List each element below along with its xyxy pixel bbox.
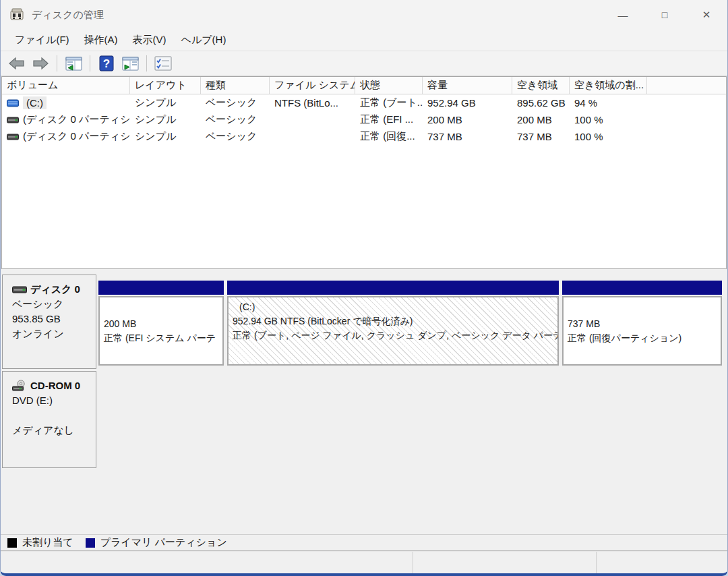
action-pane-icon[interactable] [121, 55, 140, 72]
free-space-cell: 200 MB [512, 114, 570, 125]
table-row-recovery-partition[interactable]: (ディスク 0 パーティシ... シンプル ベーシック 正常 (回復... 73… [2, 128, 726, 145]
menu-help[interactable]: ヘルプ(H) [174, 31, 234, 49]
volume-cell: (C:) [2, 96, 130, 109]
free-space-cell: 895.62 GB [512, 97, 570, 109]
hard-disk-icon [12, 285, 27, 294]
filesystem-cell: NTFS (BitLo... [270, 97, 355, 109]
partition-letter: (C:) [233, 300, 553, 314]
capacity-cell: 952.94 GB [423, 97, 512, 109]
table-row-efi-partition[interactable]: (ディスク 0 パーティシ... シンプル ベーシック 正常 (EFI ... … [2, 111, 726, 128]
status-bar [1, 551, 727, 573]
partition-recovery-body[interactable]: 737 MB 正常 (回復パーティション) [562, 296, 722, 366]
capacity-cell: 200 MB [423, 114, 512, 125]
disk-type: ベーシック [12, 297, 92, 312]
free-percent-cell: 100 % [570, 131, 647, 142]
table-row-volume-c[interactable]: (C:) シンプル ベーシック NTFS (BitLo... 正常 (ブート..… [2, 94, 726, 111]
column-header-status[interactable]: 状態 [355, 77, 423, 94]
partition-size: 952.94 GB NTFS (BitLocker で暗号化済み) [233, 314, 553, 328]
unallocated-label: 未割り当て [22, 536, 73, 549]
disk-name: ディスク 0 [30, 282, 80, 297]
volume-label: (C:) [23, 96, 47, 109]
volume-drive-icon [7, 99, 19, 107]
properties-icon[interactable] [154, 55, 173, 72]
status-segment [597, 552, 727, 573]
menu-view[interactable]: 表示(V) [125, 31, 174, 49]
volume-label: (ディスク 0 パーティシ... [23, 130, 130, 143]
app-icon[interactable] [10, 8, 25, 22]
toolbar-separator [146, 55, 147, 71]
volume-list-header: ボリューム レイアウト 種類 ファイル システム 状態 容量 空き領域 空き領域… [2, 77, 726, 94]
window-title: ディスクの管理 [32, 9, 104, 22]
cdrom-0-panel[interactable]: CD-ROM 0 DVD (E:) メディアなし [2, 371, 96, 468]
partition-status: 正常 (ブート, ページ ファイル, クラッシュ ダンプ, ベーシック データ … [233, 328, 553, 343]
console-tree-icon[interactable] [64, 55, 83, 72]
disk-0-row: ディスク 0 ベーシック 953.85 GB オンライン 200 MB 正常 (… [2, 275, 727, 369]
partition-status: 正常 (EFI システム パーテ [104, 331, 218, 345]
column-header-free-percent[interactable]: 空き領域の割... [570, 77, 647, 94]
disk-0-panel[interactable]: ディスク 0 ベーシック 953.85 GB オンライン [2, 275, 96, 369]
toolbar: ? [1, 51, 727, 76]
svg-text:?: ? [103, 57, 110, 70]
minimize-button[interactable]: — [602, 0, 644, 30]
volume-list: ボリューム レイアウト 種類 ファイル システム 状態 容量 空き領域 空き領域… [1, 76, 727, 269]
back-icon[interactable] [7, 55, 26, 72]
partition-c-body[interactable]: (C:) 952.94 GB NTFS (BitLocker で暗号化済み) 正… [227, 296, 559, 366]
disk-status: オンライン [12, 326, 92, 341]
free-percent-cell: 94 % [570, 97, 647, 109]
partition-size: 200 MB [104, 317, 218, 331]
primary-partition-label: プライマリ パーティション [100, 536, 227, 549]
partition-efi[interactable]: 200 MB 正常 (EFI システム パーテ [98, 281, 224, 366]
partition-c-colorbar [227, 281, 559, 295]
toolbar-separator [90, 55, 90, 71]
column-header-type[interactable]: 種類 [201, 77, 270, 94]
cd-rom-icon [12, 380, 27, 392]
column-header-volume[interactable]: ボリューム [2, 77, 130, 94]
layout-cell: シンプル [130, 96, 201, 109]
partition-c[interactable]: (C:) 952.94 GB NTFS (BitLocker で暗号化済み) 正… [227, 281, 559, 366]
partition-efi-body[interactable]: 200 MB 正常 (EFI システム パーテ [98, 296, 224, 366]
cdrom-0-title: CD-ROM 0 [12, 378, 92, 393]
title-bar: ディスクの管理 — □ ✕ [1, 0, 727, 30]
type-cell: ベーシック [201, 113, 270, 126]
partition-recovery-colorbar [562, 281, 722, 295]
help-icon[interactable]: ? [97, 55, 116, 72]
type-cell: ベーシック [201, 130, 270, 143]
disk-0-partitions: 200 MB 正常 (EFI システム パーテ (C:) 952.94 GB N… [96, 275, 727, 369]
type-cell: ベーシック [201, 96, 270, 109]
cdrom-name: CD-ROM 0 [30, 378, 80, 393]
volume-drive-icon [7, 116, 19, 124]
status-segment [1, 552, 413, 573]
disk-size: 953.85 GB [12, 312, 92, 326]
unallocated-swatch [7, 538, 17, 548]
free-space-cell: 737 MB [512, 131, 570, 142]
volume-cell: (ディスク 0 パーティシ... [2, 130, 130, 143]
column-header-free-space[interactable]: 空き領域 [512, 77, 570, 94]
primary-partition-swatch [86, 538, 95, 548]
window-controls: — □ ✕ [602, 0, 727, 30]
column-header-filesystem[interactable]: ファイル システム [270, 77, 355, 94]
partition-status: 正常 (回復パーティション) [568, 331, 717, 345]
menu-file[interactable]: ファイル(F) [7, 31, 77, 49]
volume-label: (ディスク 0 パーティシ... [23, 113, 130, 126]
partition-size: 737 MB [568, 317, 717, 331]
toolbar-separator [57, 55, 57, 71]
spacer [12, 408, 92, 423]
cdrom-media-status: メディアなし [12, 423, 92, 438]
partition-efi-colorbar [98, 281, 224, 295]
disk-management-window: ディスクの管理 — □ ✕ ファイル(F) 操作(A) 表示(V) ヘルプ(H) [0, 0, 728, 576]
cdrom-0-row: CD-ROM 0 DVD (E:) メディアなし [2, 371, 727, 468]
status-cell: 正常 (回復... [355, 130, 423, 143]
close-button[interactable]: ✕ [686, 0, 727, 30]
status-cell: 正常 (EFI ... [355, 113, 423, 126]
maximize-button[interactable]: □ [644, 0, 686, 30]
menu-action[interactable]: 操作(A) [77, 31, 125, 49]
column-header-filler [647, 77, 726, 94]
volume-drive-icon [7, 133, 19, 141]
column-header-capacity[interactable]: 容量 [423, 77, 512, 94]
volume-cell: (ディスク 0 パーティシ... [2, 113, 130, 126]
partition-recovery[interactable]: 737 MB 正常 (回復パーティション) [562, 281, 722, 366]
forward-icon[interactable] [31, 55, 50, 72]
free-percent-cell: 100 % [570, 114, 647, 125]
status-cell: 正常 (ブート... [355, 96, 423, 109]
column-header-layout[interactable]: レイアウト [130, 77, 201, 94]
